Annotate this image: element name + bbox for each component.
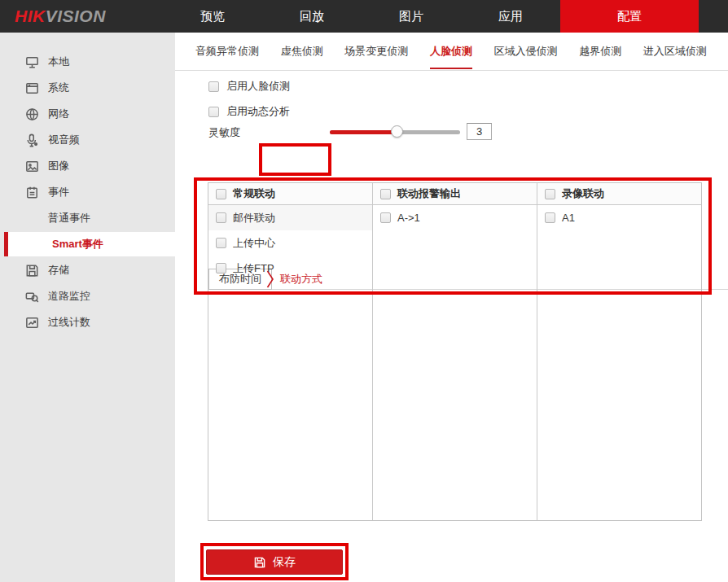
sidebar-item-label: Smart事件 — [52, 237, 103, 252]
row-label: 邮件联动 — [233, 211, 275, 225]
table-row-upload-ftp: 上传FTP — [208, 256, 372, 281]
alarm-output-column: 联动报警输出 A->1 — [372, 183, 537, 520]
sidebar-item-event[interactable]: 事件 — [0, 179, 175, 205]
sidebar-item-label: 视音频 — [48, 133, 80, 147]
storage-icon — [24, 263, 40, 278]
hikvision-config-page: HIKVISION 预览 回放 图片 应用 配置 本地 系统 网络 视音频 — [0, 0, 728, 582]
sidebar-item-label: 过线计数 — [48, 315, 90, 330]
sidebar-item-label: 普通事件 — [48, 211, 90, 225]
tab-face-detection[interactable]: 人脸侦测 — [430, 33, 472, 69]
slider-fill — [330, 130, 397, 134]
linkage-table: 常规联动 邮件联动 上传中心 上传FTP 联动报警输出 — [208, 182, 702, 521]
normal-linkage-column: 常规联动 邮件联动 上传中心 上传FTP — [208, 183, 372, 520]
tab-line-crossing[interactable]: 越界侦测 — [579, 33, 621, 69]
column-header-label: 录像联动 — [562, 186, 604, 201]
save-button[interactable]: 保存 — [206, 549, 343, 575]
counting-icon — [24, 315, 40, 330]
top-nav: 预览 回放 图片 应用 配置 — [163, 0, 699, 33]
nav-picture[interactable]: 图片 — [362, 0, 461, 33]
notify-center-checkbox[interactable] — [216, 238, 226, 248]
table-row-alarm-a1: A->1 — [373, 205, 537, 230]
road-traffic-icon — [24, 289, 40, 304]
save-button-label: 保存 — [273, 555, 296, 570]
sidebar-item-label: 道路监控 — [48, 289, 90, 304]
row-label: 上传FTP — [233, 261, 274, 276]
column-header-label: 联动报警输出 — [397, 186, 461, 201]
tab-defocus[interactable]: 虚焦侦测 — [281, 33, 323, 69]
enable-dynamic-analysis-row: 启用动态分析 — [208, 104, 290, 119]
sidebar-item-label: 网络 — [48, 107, 69, 121]
sidebar-item-local[interactable]: 本地 — [0, 49, 175, 75]
hikvision-logo: HIKVISION — [0, 0, 163, 33]
column-header: 录像联动 — [537, 183, 701, 205]
enable-dynamic-analysis-label: 启用动态分析 — [226, 104, 290, 119]
save-disk-icon — [253, 556, 266, 569]
sidebar-item-label: 本地 — [48, 55, 69, 69]
sidebar-item-label: 系统 — [48, 81, 69, 95]
slider-thumb[interactable] — [391, 125, 403, 138]
nav-application[interactable]: 应用 — [461, 0, 560, 33]
nav-preview[interactable]: 预览 — [163, 0, 262, 33]
enable-face-detection-label: 启用人脸侦测 — [226, 79, 290, 94]
table-row-record-a1: A1 — [537, 205, 701, 230]
table-row-notify-center: 上传中心 — [208, 230, 372, 256]
sidebar-item-audio-video[interactable]: 视音频 — [0, 127, 175, 153]
network-icon — [24, 107, 40, 122]
sidebar-item-system[interactable]: 系统 — [0, 75, 175, 101]
tab-audio-exception[interactable]: 音频异常侦测 — [195, 33, 259, 69]
nav-playback[interactable]: 回放 — [262, 0, 362, 33]
sidebar-item-label: 事件 — [48, 185, 69, 199]
top-bar: HIKVISION 预览 回放 图片 应用 配置 — [0, 0, 728, 33]
table-row-send-email: 邮件联动 — [208, 205, 372, 230]
column-header-label: 常规联动 — [233, 186, 275, 201]
sensitivity-label: 灵敏度 — [208, 125, 240, 140]
row-label: A->1 — [397, 212, 420, 224]
enable-face-detection-checkbox[interactable] — [208, 81, 219, 92]
column-header: 常规联动 — [208, 183, 372, 205]
record-a1-checkbox[interactable] — [545, 212, 555, 223]
sidebar-item-smart-event[interactable]: Smart事件 — [4, 232, 175, 256]
enable-face-detection-row: 启用人脸侦测 — [208, 79, 290, 94]
sidebar-item-image[interactable]: 图像 — [0, 153, 175, 179]
logo-vision: VISION — [46, 7, 106, 26]
sidebar-item-road-traffic[interactable]: 道路监控 — [0, 283, 175, 309]
tab-intrusion[interactable]: 区域入侵侦测 — [494, 33, 558, 69]
main-content: 音频异常侦测 虚焦侦测 场景变更侦测 人脸侦测 区域入侵侦测 越界侦测 进入区域… — [175, 33, 728, 582]
row-label: A1 — [562, 212, 575, 224]
enable-dynamic-analysis-checkbox[interactable] — [208, 107, 219, 117]
recording-linkage-column: 录像联动 A1 — [537, 183, 701, 520]
row-label: 上传中心 — [233, 236, 275, 251]
sidebar-item-counting[interactable]: 过线计数 — [0, 309, 175, 335]
column-header: 联动报警输出 — [373, 183, 537, 205]
system-icon — [24, 81, 40, 96]
sensitivity-slider[interactable] — [330, 122, 460, 142]
logo-hik: HIK — [15, 7, 46, 26]
normal-linkage-checkbox[interactable] — [216, 189, 226, 199]
tab-scene-change[interactable]: 场景变更侦测 — [344, 33, 408, 69]
detection-tabs: 音频异常侦测 虚焦侦测 场景变更侦测 人脸侦测 区域入侵侦测 越界侦测 进入区域… — [175, 33, 728, 71]
sidebar-item-storage[interactable]: 存储 — [0, 257, 175, 283]
upload-ftp-checkbox[interactable] — [216, 263, 226, 273]
event-icon — [24, 185, 40, 200]
nav-configuration[interactable]: 配置 — [560, 0, 699, 33]
tab-region-entrance[interactable]: 进入区域侦测 — [643, 33, 707, 69]
audio-video-icon — [24, 133, 40, 148]
sidebar-item-basic-event[interactable]: 普通事件 — [0, 205, 175, 231]
alarm-output-checkbox[interactable] — [380, 189, 391, 199]
alarm-a1-checkbox[interactable] — [380, 212, 391, 223]
sidebar: 本地 系统 网络 视音频 图像 事件 普通事件 Smart事件 — [0, 33, 175, 582]
sensitivity-row: 灵敏度 — [175, 122, 728, 142]
subtab-strip: 布防时间 联动方式 — [175, 151, 728, 172]
recording-linkage-checkbox[interactable] — [545, 189, 555, 199]
send-email-checkbox[interactable] — [216, 212, 226, 223]
image-icon — [24, 159, 40, 174]
monitor-icon — [24, 55, 40, 70]
sidebar-item-label: 图像 — [48, 159, 69, 173]
sidebar-item-label: 存储 — [48, 263, 69, 278]
sensitivity-input[interactable] — [467, 123, 492, 140]
sidebar-item-network[interactable]: 网络 — [0, 101, 175, 127]
